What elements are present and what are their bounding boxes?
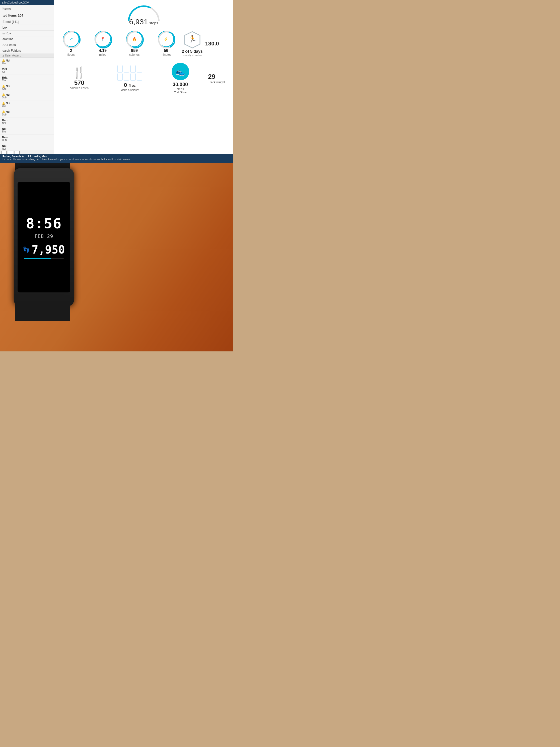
email-msg-nol-2[interactable]: 🔔 Nol Afte <box>0 83 54 92</box>
email-sidebar: s.McCorkle@LA.GOV Items ted Items 104 E-… <box>0 0 54 176</box>
email-msg-nol-3[interactable]: 🔔 Nol Sub <box>0 92 54 100</box>
floors-label: floors <box>55 53 87 56</box>
steps-arc-container <box>125 1 163 21</box>
fitbit-dashboard: 6,931 steps ↗ 2 floors <box>54 0 233 176</box>
date-separator: ▲ Date: Yester... <box>0 54 54 58</box>
watch-band-top <box>15 301 70 321</box>
email-msg-nol-4[interactable]: 🔔 Nol We <box>0 100 54 109</box>
water-value: 0 fl oz <box>124 82 135 88</box>
email-msg-nol-5[interactable]: 🔔 Nol Sub <box>0 109 54 118</box>
calories-eaten-value: 570 <box>74 79 84 86</box>
calories-circle: 🔥 <box>126 31 142 47</box>
trail-shoe-badge: 👟 <box>171 63 189 80</box>
watch-screen: 8:56 FEB 29 👣 7,950 <box>18 182 70 292</box>
water-label: Make a splash! <box>121 88 139 92</box>
exercise-label: weekly exercise <box>183 54 202 57</box>
hand-wrist-overlay: 8:56 FEB 29 👣 7,950 <box>0 163 233 352</box>
calories-icon: 🔥 <box>132 37 137 42</box>
calories-value: 959 <box>119 48 150 53</box>
stat-floors: ↗ 2 floors <box>55 31 87 56</box>
glass-1 <box>117 66 123 73</box>
nav-item-email[interactable]: E-mail [141] <box>0 19 54 25</box>
right-number: 29 <box>208 73 215 81</box>
nav-item-items[interactable]: Items <box>0 5 54 12</box>
watch-date: FEB 29 <box>35 233 53 239</box>
water-section: 0 fl oz Make a splash! <box>107 66 152 92</box>
minutes-circle: ⚡ <box>158 31 174 47</box>
email-msg-nol-1[interactable]: 🔔 Nol I ha <box>0 58 54 66</box>
email-msg-barb[interactable]: Barb Nol <box>0 118 54 126</box>
minutes-label: minutes <box>150 53 182 56</box>
nav-item-box[interactable]: box <box>0 25 54 31</box>
notif-sender: Parker, Amanda A. <box>2 155 25 158</box>
minutes-value: 56 <box>150 48 182 53</box>
email-msg-bato[interactable]: Bato Hi N <box>0 134 54 143</box>
glass-4 <box>137 66 142 73</box>
food-utensils-icon: 🍴 <box>72 67 86 78</box>
watch-steps-icon: 👣 <box>23 247 30 253</box>
email-notification-bar: Parker, Amanda A. RE: Healthy Meal Hi Ho… <box>0 154 233 163</box>
monitor-screen: s.McCorkle@LA.GOV Items ted Items 104 E-… <box>0 0 233 176</box>
email-msg-vict[interactable]: Vict Alr <box>0 66 54 75</box>
glass-5 <box>117 74 123 81</box>
watch-progress-fill <box>24 258 51 259</box>
floors-circle: ↗ <box>63 31 79 47</box>
trail-shoe-sublabel: Trail Shoe <box>174 91 187 94</box>
watch-body: 8:56 FEB 29 👣 7,950 <box>14 168 74 306</box>
floors-icon: ↗ <box>69 36 73 42</box>
notif-text: Hi Hope! Thanks for reaching out. I have… <box>2 158 231 161</box>
floors-value: 2 <box>55 48 87 53</box>
notif-subject: RE: Healthy Meal <box>28 155 47 158</box>
glass-6 <box>124 74 129 81</box>
glass-8 <box>137 74 142 81</box>
sidebar-tool-2[interactable] <box>8 151 13 155</box>
shoe-icon: 👟 <box>176 67 185 76</box>
glass-2 <box>124 66 129 73</box>
svg-text:🏃: 🏃 <box>188 35 196 43</box>
track-weight-section: 29 Track weight <box>208 73 231 84</box>
track-weight-label: Track weight <box>208 81 225 84</box>
email-account-header: s.McCorkle@LA.GOV <box>0 0 54 5</box>
watch-progress-bar <box>24 258 64 259</box>
email-msg-bria[interactable]: Bria Tha <box>0 75 54 83</box>
stats-row: ↗ 2 floors 📍 4.19 miles <box>54 28 233 59</box>
watch-steps-row: 👣 7,950 <box>23 243 65 256</box>
steps-label: steps <box>149 21 158 25</box>
miles-value: 4.19 <box>87 48 118 53</box>
stat-circles: ↗ 2 floors 📍 4.19 miles <box>55 31 182 56</box>
steps-display: 6,931 steps <box>54 0 233 28</box>
stat-minutes: ⚡ 56 minutes <box>150 31 182 56</box>
right-panel: 🏃 2 of 5 days weekly exercise 130.0 <box>182 30 232 57</box>
glass-3 <box>130 66 136 73</box>
email-msg-nol-6[interactable]: Nol Fro <box>0 126 54 134</box>
sidebar-tool-1[interactable] <box>1 151 6 155</box>
minutes-icon: ⚡ <box>164 37 168 42</box>
calories-label: calories <box>119 53 150 56</box>
watch-steps-value: 7,950 <box>32 243 65 256</box>
nav-item-ss-feeds[interactable]: SS Feeds <box>0 42 54 48</box>
trail-shoe-label: steps <box>177 87 184 91</box>
trail-shoe-section: 👟 30,000 steps Trail Shoe <box>158 63 203 94</box>
nav-item-search-folders[interactable]: earch Folders <box>0 48 54 54</box>
second-stats-row: 🍴 570 calories eaten 0 fl o <box>54 59 233 98</box>
miles-label: miles <box>87 53 118 56</box>
nav-item-arantine[interactable]: arantine <box>0 36 54 42</box>
stat-calories: 🔥 959 calories <box>119 31 150 56</box>
glass-7 <box>130 74 136 81</box>
watch-time: 8:56 <box>26 215 62 231</box>
exercise-count: 2 of 5 days <box>182 49 203 54</box>
trail-shoe-steps: 30,000 <box>172 82 188 87</box>
calories-eaten-label: calories eaten <box>70 86 88 90</box>
miles-icon: 📍 <box>100 37 105 42</box>
stat-miles: 📍 4.19 miles <box>87 31 118 56</box>
weekly-exercise-section: 🏃 2 of 5 days weekly exercise <box>182 30 203 57</box>
nav-item-ted-items[interactable]: ted Items 104 <box>0 12 54 19</box>
water-glasses-grid <box>117 66 142 81</box>
sidebar-tool-3[interactable] <box>15 151 20 155</box>
exercise-hexagon: 🏃 <box>183 30 202 49</box>
weight-display: 130.0 <box>205 41 219 47</box>
nav-item-is-roy[interactable]: is Roy <box>0 31 54 36</box>
miles-circle: 📍 <box>95 31 111 47</box>
calories-eaten-section: 🍴 570 calories eaten <box>56 67 102 90</box>
